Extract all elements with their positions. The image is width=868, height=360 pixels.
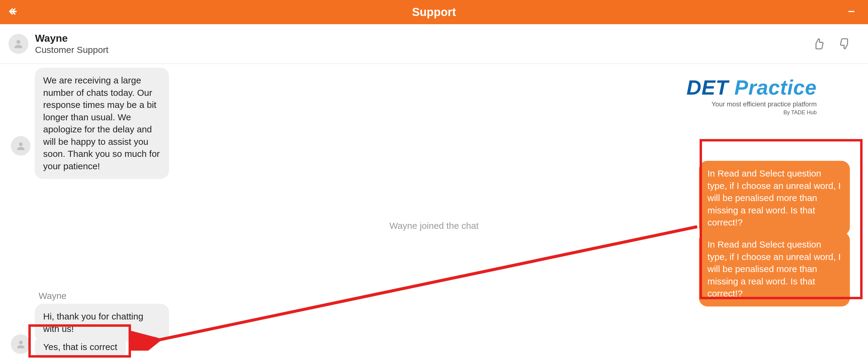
user-message-bubble: In Read and Select question type, if I c…: [699, 161, 850, 236]
svg-point-4: [19, 142, 23, 146]
agent-avatar: [8, 34, 28, 54]
brand-block: DET Practice Your most efficient practic…: [686, 76, 817, 116]
brand-logo: DET Practice: [686, 76, 817, 99]
system-avatar: [11, 136, 30, 156]
page-title: Support: [0, 6, 868, 19]
brand-subline: By TADE Hub: [686, 109, 817, 116]
thumbs-down-icon[interactable]: [839, 38, 851, 50]
thumbs-up-icon[interactable]: [812, 38, 825, 50]
agent-reply-label: Wayne: [39, 291, 66, 301]
brand-tagline: Your most efficient practice platform: [686, 100, 817, 108]
feedback-buttons: [812, 38, 860, 50]
agent-info-strip: Wayne Customer Support: [0, 24, 868, 63]
agent-name: Wayne: [35, 32, 108, 44]
back-icon[interactable]: [8, 6, 19, 18]
user-message-bubble: In Read and Select question type, if I c…: [699, 232, 850, 306]
agent-role: Customer Support: [35, 45, 108, 55]
agent-reply-avatar: [11, 334, 30, 354]
svg-point-3: [17, 40, 21, 44]
agent-name-block: Wayne Customer Support: [35, 32, 108, 55]
minimize-icon[interactable]: [847, 7, 856, 17]
agent-reply-bubble: Yes, that is correct: [35, 335, 126, 359]
brand-part1: DET: [686, 76, 728, 99]
brand-part2: Practice: [734, 76, 817, 99]
system-message-bubble: We are receiving a large number of chats…: [35, 68, 169, 179]
svg-point-5: [19, 341, 23, 344]
header-bar: Support: [0, 0, 868, 24]
